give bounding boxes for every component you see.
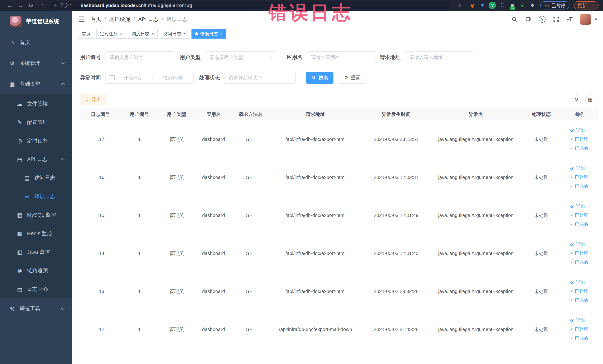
avatar[interactable]: [580, 14, 591, 25]
column-header: 操作: [561, 111, 599, 117]
back-icon[interactable]: ←: [4, 2, 15, 9]
reset-button[interactable]: ⟳ 重置: [339, 72, 366, 84]
reload-icon[interactable]: ⟳: [26, 2, 37, 9]
tag-访问日志[interactable]: 访问日志×: [160, 29, 189, 39]
sidebar-item-api-logs[interactable]: ▤API 日志: [0, 150, 72, 169]
user-type-select[interactable]: 请选择用户类型: [205, 51, 276, 63]
mark-processed-link[interactable]: ✓已处理: [570, 288, 588, 294]
detail-link[interactable]: 详细: [570, 165, 585, 171]
sidebar-item-access-logs[interactable]: ▤访问日志: [0, 169, 72, 187]
sidebar-item-system-management[interactable]: ⚙系统管理: [0, 53, 72, 74]
detail-link[interactable]: 详细: [570, 241, 585, 247]
mark-processed-link[interactable]: ✓已处理: [570, 212, 588, 218]
main-area: ☰ 首页/基础设施/API 日志/错误日志 ? TT ▾ 首页定时任务×调度日志…: [72, 11, 603, 364]
detail-link[interactable]: 详细: [570, 317, 585, 323]
fullscreen-icon[interactable]: [553, 16, 559, 23]
paused-badge[interactable]: ☺ 已暂停: [540, 1, 569, 10]
process-status-select[interactable]: 请选择处理状态: [224, 72, 296, 84]
breadcrumb-item[interactable]: API 日志: [138, 16, 159, 23]
close-icon[interactable]: ×: [183, 31, 186, 36]
sidebar-item-home[interactable]: ⌂首页: [0, 32, 72, 53]
breadcrumb-separator: /: [162, 16, 163, 22]
bookmark-star-icon[interactable]: ☆: [454, 2, 464, 9]
update-button[interactable]: 更新 ⋮: [574, 1, 599, 10]
address-bar[interactable]: ⚠ 不安全 | dashboard.yudao.iocoder.cn /infr…: [48, 1, 451, 9]
column-settings-button[interactable]: ▦: [585, 94, 595, 104]
export-button[interactable]: ↧ 导出: [80, 94, 106, 105]
close-icon[interactable]: ×: [120, 31, 122, 36]
timer-icon: ◷: [16, 138, 24, 144]
breadcrumb-item[interactable]: 基础设施: [109, 16, 130, 23]
cell-user-id: 1: [121, 137, 158, 142]
security-label: 不安全: [60, 2, 74, 9]
user-id-label: 用户编号: [80, 54, 101, 61]
mark-ignored-link[interactable]: ✓已忽略: [570, 297, 588, 303]
sidebar-item-java-monitor[interactable]: ▥Java 监控: [0, 243, 72, 261]
request-url-input[interactable]: 请输入请求地址: [405, 51, 474, 63]
tag-调度日志[interactable]: 调度日志×: [128, 29, 158, 39]
extension-onoff-icon[interactable]: ≡on: [509, 2, 516, 9]
column-header: 处理状态: [521, 111, 561, 117]
sidebar-item-error-logs[interactable]: ▤错误日志: [0, 187, 72, 206]
browser-menu-icon[interactable]: ⋮: [590, 3, 594, 8]
sidebar-item-redis-monitor[interactable]: ▩Redis 监控: [0, 224, 72, 243]
detail-link[interactable]: 详细: [570, 127, 585, 133]
mark-ignored-link[interactable]: ✓已忽略: [570, 221, 588, 227]
extension-orange-ring-icon[interactable]: ◉: [469, 2, 476, 9]
sidebar-item-file-management[interactable]: ☁文件管理: [0, 94, 72, 113]
check-icon: ✓: [570, 222, 573, 227]
sidebar-item-infrastructure[interactable]: ▣基础设施: [0, 74, 72, 94]
cell-app-name: dashboard: [195, 175, 232, 180]
cell-user-id: 1: [121, 327, 158, 332]
mark-ignored-link[interactable]: ✓已忽略: [570, 259, 588, 265]
sidebar-item-trace[interactable]: ◉链路追踪: [0, 261, 72, 280]
cell-exception-time: 2021-05-02 23:32:28: [362, 289, 430, 294]
app-title: 芋道管理系统: [26, 18, 59, 25]
extension-sprout-icon[interactable]: ⚘: [519, 2, 526, 9]
user-id-input[interactable]: 请输入用户编号: [105, 51, 174, 63]
mark-ignored-link[interactable]: ✓已忽略: [570, 145, 588, 151]
help-icon[interactable]: ?: [539, 16, 545, 23]
exception-time-range-picker[interactable]: 开始日期 ~ 结束日期: [105, 72, 194, 84]
extension-grid-icon[interactable]: ⠿: [499, 2, 506, 9]
detail-link[interactable]: 详细: [570, 203, 585, 209]
table-header: 日志编号用户编号用户类型应用名请求方法名请求地址异常发生时间异常名处理状态操作: [80, 108, 599, 120]
sidebar-item-mysql-monitor[interactable]: ▦MySQL 监控: [0, 206, 72, 224]
sidebar-item-scheduled-tasks[interactable]: ◷定时任务: [0, 131, 72, 150]
extension-v-circle-icon[interactable]: V: [489, 2, 496, 9]
sidebar-item-config-management[interactable]: ✎配置管理: [0, 113, 72, 131]
tag-首页[interactable]: 首页: [78, 29, 94, 39]
sidebar-item-log-center[interactable]: ▤日志中心: [0, 280, 72, 298]
cell-app-name: dashboard: [195, 212, 232, 218]
cell-user-type: 管理员: [158, 326, 195, 333]
hamburger-icon[interactable]: ☰: [78, 15, 84, 23]
mark-processed-link[interactable]: ✓已处理: [570, 136, 588, 142]
chevron-down-icon[interactable]: ▾: [595, 17, 597, 22]
tag-错误日志[interactable]: 错误日志×: [191, 29, 226, 39]
mark-processed-link[interactable]: ✓已处理: [570, 174, 588, 180]
mark-ignored-link[interactable]: ✓已忽略: [570, 183, 588, 189]
forward-icon[interactable]: →: [15, 2, 26, 9]
search-button[interactable]: 搜索: [306, 72, 334, 84]
mark-processed-link[interactable]: ✓已处理: [570, 326, 588, 332]
eye-icon: [570, 319, 574, 322]
close-icon[interactable]: ×: [152, 31, 154, 36]
extension-puzzle-icon[interactable]: ❖: [529, 2, 536, 9]
sidebar-item-dev-tools[interactable]: ⚒研发工具: [0, 298, 72, 319]
breadcrumb-item[interactable]: 首页: [91, 16, 101, 23]
close-icon[interactable]: ×: [220, 31, 223, 36]
tag-定时任务[interactable]: 定时任务×: [96, 29, 126, 39]
home-icon[interactable]: ⌂: [37, 2, 47, 9]
github-icon[interactable]: [525, 16, 532, 23]
breadcrumb: 首页/基础设施/API 日志/错误日志: [91, 16, 187, 23]
extension-shield-icon[interactable]: ▼: [479, 2, 486, 9]
detail-link[interactable]: 详细: [570, 280, 585, 285]
app-logo-image: [10, 16, 22, 27]
app-name-input[interactable]: 请输入应用名: [307, 51, 376, 63]
search-icon[interactable]: [511, 16, 517, 22]
mark-ignored-link[interactable]: ✓已忽略: [570, 335, 588, 341]
mark-processed-link[interactable]: ✓已处理: [570, 250, 588, 256]
refresh-button[interactable]: ⟳: [572, 94, 582, 104]
sidebar-logo[interactable]: 芋道管理系统: [0, 11, 72, 32]
font-size-icon[interactable]: TT: [567, 16, 573, 23]
